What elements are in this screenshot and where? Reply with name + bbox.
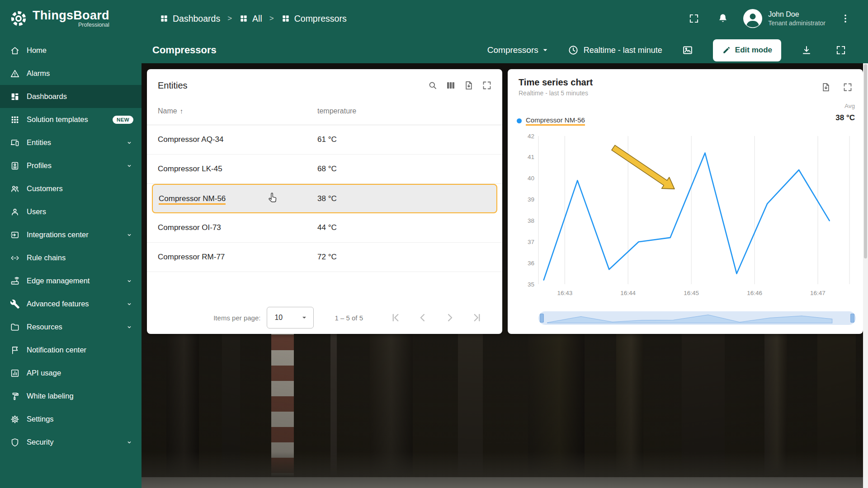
sidebar-item-rule-chains[interactable]: Rule chains (0, 246, 142, 269)
user-name: John Doe (768, 10, 826, 19)
sidebar-item-resources[interactable]: Resources (0, 315, 142, 338)
column-header-name[interactable]: Name ↑ (158, 107, 317, 115)
sidebar-item-edge-management[interactable]: Edge management (0, 269, 142, 292)
column-header-temperature[interactable]: temperature (317, 107, 356, 115)
download-icon (801, 44, 812, 56)
next-page-button[interactable] (441, 309, 459, 327)
legend-label: Compressor NM-56 (526, 116, 585, 126)
user-menu[interactable]: John Doe Tenant administrator (743, 9, 826, 28)
entities-title: Entities (158, 80, 424, 91)
aggregation-value: 38 °C (835, 113, 855, 122)
breadcrumb: Dashboards > All > Compressors (160, 14, 347, 24)
brush-handle-right[interactable] (850, 314, 854, 323)
more-menu-button[interactable] (836, 9, 854, 28)
sidebar-item-integrations-center[interactable]: Integrations center (0, 223, 142, 246)
screenshot-button[interactable] (679, 41, 697, 59)
chart-actions (817, 78, 857, 96)
paginator-buttons (387, 309, 486, 327)
sidebar-item-profiles[interactable]: Profiles (0, 154, 142, 177)
fullscreen-icon (481, 80, 492, 91)
svg-text:16:43: 16:43 (557, 290, 572, 296)
brush-handle-left[interactable] (540, 314, 544, 323)
shield-icon (10, 437, 20, 447)
fullscreen-button[interactable] (685, 9, 703, 28)
dashboard-grid-icon (239, 14, 248, 23)
sidebar: ThingsBoard Professional Home Alarms Das… (0, 0, 142, 488)
chart-legend-item[interactable]: Compressor NM-56 (517, 116, 585, 126)
sidebar-item-dashboards[interactable]: Dashboards (0, 85, 142, 108)
table-row[interactable]: Compressor OI-73 44 °C (147, 213, 502, 243)
entity-name: Compressor LK-45 (158, 164, 317, 174)
scrollbar-thumb[interactable] (864, 64, 867, 258)
sidebar-item-white-labeling[interactable]: White labeling (0, 385, 142, 408)
dashboard-state-select[interactable]: Compressors (487, 44, 551, 56)
columns-button[interactable] (442, 76, 460, 94)
notifications-button[interactable] (714, 9, 732, 28)
entity-temperature: 38 °C (317, 194, 337, 203)
dashboard-fullscreen-button[interactable] (832, 41, 850, 59)
dashboard-grid-icon (160, 14, 169, 23)
breadcrumb-all[interactable]: All (239, 14, 262, 24)
widget-fullscreen-button[interactable] (478, 76, 496, 94)
image-icon (682, 44, 693, 56)
items-per-page-label: Items per page: (213, 314, 260, 322)
aggregation-label: Avg (835, 103, 855, 109)
app-logo-text: ThingsBoard Professional (33, 9, 109, 28)
time-series-widget: Time series chart Realtime - last 5 minu… (508, 69, 863, 334)
timewindow-button[interactable]: Realtime - last minute (567, 44, 662, 56)
entity-temperature: 44 °C (317, 223, 337, 232)
previous-page-button[interactable] (414, 309, 432, 327)
time-series-chart[interactable]: 16:4316:4416:4516:4616:47353637383940414… (518, 131, 856, 300)
brand-subtitle: Professional (33, 22, 109, 28)
sidebar-item-solution-templates[interactable]: Solution templates NEW (0, 108, 142, 131)
dashboard-grid-icon (281, 14, 290, 23)
edit-mode-button[interactable]: Edit mode (713, 39, 781, 61)
settings-ethernet-icon (10, 253, 20, 263)
chart-title: Time series chart (519, 77, 593, 88)
chart-export-button[interactable] (817, 78, 835, 96)
sidebar-nav: Home Alarms Dashboards Solution template… (0, 37, 142, 454)
table-row[interactable]: Compressor AQ-34 61 °C (147, 125, 502, 155)
sidebar-item-users[interactable]: Users (0, 200, 142, 223)
page-scrollbar[interactable] (863, 63, 868, 488)
sidebar-item-alarms[interactable]: Alarms (0, 62, 142, 85)
export-button[interactable] (460, 76, 478, 94)
sidebar-item-api-usage[interactable]: API usage (0, 361, 142, 385)
table-row-highlighted[interactable]: Compressor NM-56 38 °C (152, 184, 497, 213)
input-icon (10, 230, 20, 240)
warning-icon (10, 69, 20, 79)
folder-icon (10, 322, 20, 332)
download-button[interactable] (797, 41, 816, 59)
sidebar-item-security[interactable]: Security (0, 431, 142, 454)
time-brush[interactable] (538, 311, 856, 325)
table-row[interactable]: Compressor LK-45 68 °C (147, 155, 502, 184)
last-page-button[interactable] (468, 309, 486, 327)
bell-icon (717, 13, 729, 24)
user-info: John Doe Tenant administrator (768, 10, 826, 27)
breadcrumb-dashboards[interactable]: Dashboards (160, 14, 220, 24)
entity-temperature: 68 °C (317, 164, 337, 174)
sidebar-item-entities[interactable]: Entities (0, 131, 142, 154)
entity-name: Compressor OI-73 (158, 223, 317, 232)
sidebar-item-advanced-features[interactable]: Advanced features (0, 292, 142, 315)
sidebar-item-customers[interactable]: Customers (0, 177, 142, 200)
breadcrumb-compressors[interactable]: Compressors (281, 14, 347, 24)
app-logo[interactable]: ThingsBoard Professional (0, 0, 142, 37)
chevron-down-icon (125, 323, 133, 331)
thingsboard-logo-icon (9, 9, 28, 28)
chevron-down-icon (125, 277, 133, 285)
export-file-icon (821, 82, 831, 93)
entities-widget: Entities Name ↑ temperature Compressor A… (147, 69, 502, 334)
sidebar-item-settings[interactable]: Settings (0, 408, 142, 431)
search-button[interactable] (424, 76, 442, 94)
sidebar-item-home[interactable]: Home (0, 39, 142, 62)
svg-text:42: 42 (528, 133, 534, 140)
svg-text:16:47: 16:47 (810, 290, 826, 296)
legend-dot (517, 118, 522, 123)
sidebar-item-notification-center[interactable]: Notification center (0, 338, 142, 361)
dashboards-icon (10, 92, 20, 102)
chart-fullscreen-button[interactable] (839, 78, 857, 96)
table-row[interactable]: Compressor RM-77 72 °C (147, 243, 502, 272)
first-page-button[interactable] (387, 309, 405, 327)
items-per-page-select[interactable]: 10 (267, 307, 314, 328)
